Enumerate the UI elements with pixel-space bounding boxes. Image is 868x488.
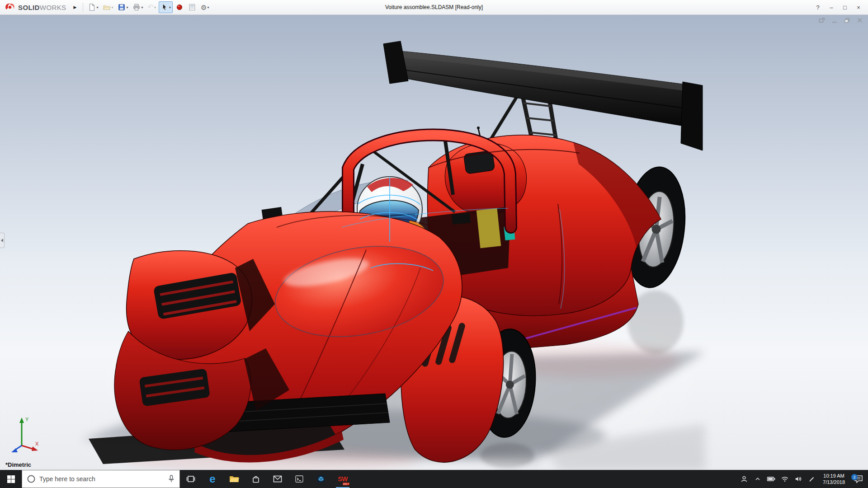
viewport-dock-button[interactable] <box>817 16 826 24</box>
options-button[interactable]: ⚙ ▾ <box>199 1 211 13</box>
save-button[interactable]: ▾ <box>116 1 130 13</box>
document-title: Voiture assomblee.SLDASM [Read-only] <box>385 4 483 10</box>
undo-button[interactable]: ↶ ▾ <box>146 1 158 13</box>
start-button[interactable] <box>0 470 22 488</box>
action-center-button[interactable]: 2 <box>849 475 868 483</box>
people-button[interactable] <box>737 470 751 488</box>
help-button[interactable]: ? <box>811 1 825 13</box>
command-prompt-button[interactable] <box>288 470 310 488</box>
battery-button[interactable] <box>764 470 778 488</box>
solidworks-logo: SOLIDWORKS <box>0 2 70 12</box>
brand-text: SOLIDWORKS <box>18 4 66 11</box>
file-explorer-icon <box>229 475 239 483</box>
clock-date: 7/13/2018 <box>823 479 845 485</box>
orientation-triad: Y X <box>6 413 43 455</box>
taskbar-search-box[interactable] <box>22 470 180 488</box>
microphone-icon[interactable] <box>168 474 175 483</box>
open-document-button[interactable]: ▾ <box>101 1 115 13</box>
print-button[interactable]: ▾ <box>131 1 145 13</box>
edge-button[interactable]: e <box>202 470 223 488</box>
dropdown-caret-icon[interactable]: ▾ <box>207 5 209 9</box>
command-prompt-icon <box>295 474 304 483</box>
triad-y-label: Y <box>25 417 29 422</box>
select-arrow-icon <box>160 3 169 11</box>
select-tool-button[interactable]: ▾ <box>159 1 173 13</box>
window-controls: ? – □ × <box>811 1 868 13</box>
undo-icon: ↶ <box>148 4 154 11</box>
minimize-button[interactable]: – <box>825 1 838 13</box>
dropdown-caret-icon[interactable]: ▾ <box>154 5 156 9</box>
dropdown-caret-icon[interactable]: ▾ <box>96 5 98 9</box>
mail-icon <box>273 475 282 483</box>
volume-button[interactable] <box>792 470 805 488</box>
titlebar: SOLIDWORKS ▶ ▾ ▾ <box>0 0 868 15</box>
mail-button[interactable] <box>267 470 288 488</box>
new-document-button[interactable]: ▾ <box>86 1 100 13</box>
toolbar-separator <box>83 3 83 12</box>
new-document-icon <box>88 3 96 11</box>
viewport-restore-button[interactable] <box>843 16 852 24</box>
windows-taskbar: e <box>0 470 868 488</box>
task-view-icon <box>186 474 195 483</box>
sw-label: SW <box>338 475 348 483</box>
dropdown-caret-icon[interactable]: ▾ <box>169 5 171 9</box>
solidworks-app-icon: SW 2017 <box>336 472 349 486</box>
store-bag-icon <box>251 474 260 483</box>
dropdown-caret-icon[interactable]: ▾ <box>111 5 113 9</box>
clock-time: 10:19 AM <box>823 473 844 479</box>
brand-works: WORKS <box>40 4 66 11</box>
volume-icon <box>794 475 802 483</box>
appearance-ball-icon <box>175 3 184 11</box>
document-window-controls <box>817 16 864 24</box>
cad-cube-icon <box>316 474 326 484</box>
right-mirror <box>452 213 471 224</box>
save-floppy-icon <box>118 3 126 11</box>
edge-icon: e <box>209 473 215 485</box>
sw-year-label: 2017 <box>343 483 349 485</box>
notification-badge: 2 <box>851 474 858 480</box>
brand-solid: SOLID <box>18 4 40 11</box>
dropdown-caret-icon[interactable]: ▾ <box>126 5 128 9</box>
quick-access-toolbar: ▾ ▾ ▾ <box>86 1 211 13</box>
taskbar-clock[interactable]: 10:19 AM 7/13/2018 <box>819 473 849 486</box>
chevron-up-icon <box>754 475 761 483</box>
feature-panel-collapse-tab[interactable] <box>0 233 5 248</box>
appearance-button[interactable] <box>174 1 185 13</box>
pen-icon <box>808 475 816 483</box>
open-folder-icon <box>103 3 111 11</box>
viewport-close-button[interactable] <box>855 16 864 24</box>
edrawings-button[interactable] <box>310 470 332 488</box>
solidworks-app-button[interactable]: SW 2017 <box>332 470 354 488</box>
triad-x-label: X <box>35 441 39 446</box>
cortana-icon[interactable] <box>27 474 36 483</box>
view-orientation-label: *Dimetric <box>5 461 31 468</box>
maximize-button[interactable]: □ <box>838 1 852 13</box>
viewport-minimize-button[interactable] <box>830 16 839 24</box>
search-input[interactable] <box>39 475 164 483</box>
solidworks-window: SOLIDWORKS ▶ ▾ ▾ <box>0 0 868 488</box>
document-properties-button[interactable] <box>186 1 198 13</box>
cockpit-yellow-component <box>476 208 501 248</box>
printer-icon <box>132 3 141 11</box>
battery-icon <box>767 475 776 483</box>
windows-logo-icon <box>7 475 15 483</box>
system-tray: 10:19 AM 7/13/2018 2 <box>737 470 868 488</box>
options-gear-icon: ⚙ <box>201 4 207 11</box>
task-view-button[interactable] <box>180 470 202 488</box>
close-button[interactable]: × <box>852 1 865 13</box>
network-button[interactable] <box>778 470 792 488</box>
people-icon <box>740 475 748 483</box>
pen-button[interactable] <box>805 470 819 488</box>
file-explorer-button[interactable] <box>223 470 245 488</box>
tray-overflow-button[interactable] <box>751 470 764 488</box>
wifi-icon <box>781 475 789 483</box>
document-table-icon <box>188 3 196 11</box>
menu-flyout-arrow-icon[interactable]: ▶ <box>70 5 80 9</box>
store-button[interactable] <box>245 470 267 488</box>
collapse-arrow-icon <box>1 239 3 242</box>
viewport-canvas[interactable] <box>0 15 868 470</box>
dassault-logo-icon <box>5 2 15 12</box>
graphics-area[interactable]: Y X *Dimetric <box>0 15 868 470</box>
dropdown-caret-icon[interactable]: ▾ <box>141 5 143 9</box>
